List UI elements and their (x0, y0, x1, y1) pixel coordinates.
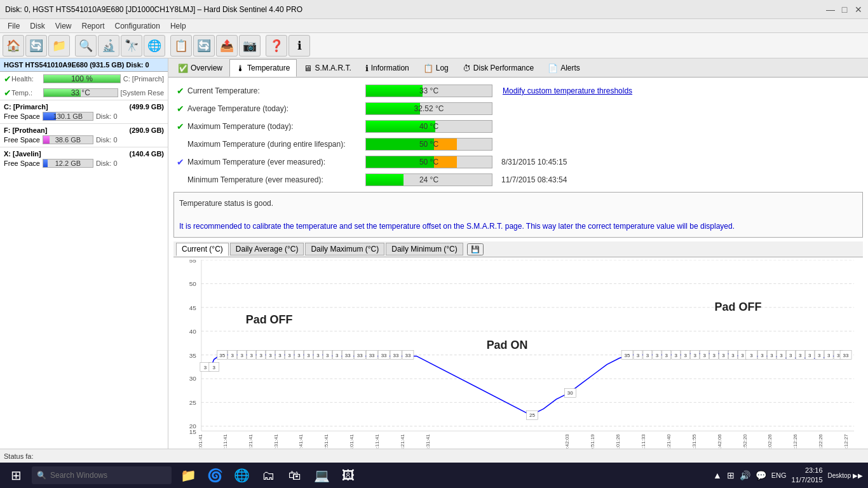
maximize-button[interactable]: □ (840, 5, 849, 14)
search-bar[interactable]: 🔍 (32, 466, 172, 484)
tab-log[interactable]: 📋 Log (416, 59, 456, 77)
taskbar-message-icon[interactable]: 💬 (756, 470, 766, 480)
modify-thresholds-link[interactable]: Modify custom temperature thresholds (503, 86, 632, 95)
chart-tab-daily-avg[interactable]: Daily Average (°C) (230, 243, 304, 255)
chart-tab-current[interactable]: Current (°C) (176, 243, 229, 256)
menubar: File Disk View Report Configuration Help (0, 19, 868, 33)
max-ever-bar: 50 °C (365, 156, 492, 168)
dp-val-17: 33 (357, 353, 363, 358)
alerts-icon: 📄 (548, 64, 558, 73)
pad-off-2-label: Pad OFF (715, 301, 762, 313)
taskbar-arrow-icon[interactable]: ▲ (713, 470, 722, 480)
y-label-35: 35 (189, 352, 197, 359)
toolbar-home-btn[interactable]: 🏠 (3, 35, 24, 57)
taskbar-volume-icon[interactable]: 🔊 (740, 470, 750, 480)
dp-val-dip2-7: 3 (808, 353, 811, 358)
status-box: Temperature status is good. It is recomm… (173, 192, 863, 238)
min-ever-timestamp: 11/7/2015 08:43:54 (501, 175, 567, 184)
dp-val-dip2-10: 3 (837, 353, 840, 358)
toolbar-scan3-btn[interactable]: 🔭 (121, 35, 142, 57)
drive-f-name: F: [Prothean] (290.9 GB) (4, 126, 164, 134)
health-label: Health: (11, 75, 43, 83)
toolbar-info-btn[interactable]: ℹ (288, 35, 310, 57)
tab-temperature[interactable]: 🌡 Temperature (229, 59, 297, 77)
chart-tab-daily-min[interactable]: Daily Minimum (°C) (386, 243, 463, 255)
temp-label: Temp.: (11, 89, 43, 97)
menu-help[interactable]: Help (165, 20, 191, 32)
dp-val-s2-2: 3 (637, 353, 640, 358)
min-ever-value: 24 °C (419, 175, 438, 184)
average-temp-row: ✔ Average Temperature (today): 32.52 °C (173, 100, 863, 117)
dp-val-s2-13: 3 (741, 353, 744, 358)
toolbar-scan2-btn[interactable]: 🔬 (98, 35, 119, 57)
max-lifespan-label: Maximum Temperature (during entire lifes… (187, 140, 365, 149)
max-ever-row: ✔ Maximum Temperature (ever measured): 5… (173, 154, 863, 170)
svg-text:22:12:26: 22:12:26 (792, 434, 798, 449)
toolbar-scan-btn[interactable]: 🔍 (75, 35, 97, 57)
max-ever-bar-inner: 50 °C (365, 156, 492, 168)
chart-tab-daily-max[interactable]: Daily Maximum (°C) (305, 243, 384, 255)
smart-icon: 🖥 (304, 64, 312, 73)
temp-bar: 33 °C (43, 88, 118, 97)
toolbar-file-btn[interactable]: 📁 (48, 35, 70, 57)
taskbar-app-ie[interactable]: 🌀 (202, 463, 227, 488)
disk-header: HGST HTS541010A9E680 (931.5 GB) Disk: 0 (0, 58, 168, 72)
menu-file[interactable]: File (3, 20, 25, 32)
toolbar-help-btn[interactable]: ❓ (266, 35, 287, 57)
max-today-value: 40 °C (419, 122, 438, 131)
max-ever-value: 50 °C (419, 158, 438, 166)
menu-configuration[interactable]: Configuration (110, 20, 165, 32)
tab-smart[interactable]: 🖥 S.M.A.R.T. (297, 59, 358, 77)
menu-view[interactable]: View (50, 20, 77, 32)
max-today-bar: 40 °C (365, 120, 492, 133)
drive-c-bar: 130.1 GB (43, 112, 93, 121)
taskbar-app-files[interactable]: 🗂 (255, 463, 281, 488)
tab-overview[interactable]: ✅ Overview (171, 59, 229, 77)
dp-val-s2-7: 3 (684, 353, 688, 358)
taskbar-app-img[interactable]: 🖼 (336, 463, 361, 488)
dp-val-dip2-6: 3 (799, 353, 802, 358)
dp-val-dip2-8: 3 (818, 353, 821, 358)
dp-val-18: 33 (369, 353, 375, 358)
tab-information[interactable]: ℹ Information (358, 59, 416, 77)
toolbar-export-btn[interactable]: 📤 (216, 35, 238, 57)
drive-f-section: F: [Prothean] (290.9 GB) Free Space 38.6… (0, 123, 168, 147)
toolbar-screenshot-btn[interactable]: 📷 (239, 35, 261, 57)
dp-val-s2-9: 3 (703, 353, 706, 358)
svg-text:18:31:41: 18:31:41 (425, 434, 431, 449)
menu-report[interactable]: Report (76, 20, 109, 32)
toolbar-refresh2-btn[interactable]: 🔄 (193, 35, 215, 57)
average-temp-value: 32.52 °C (414, 104, 444, 113)
tab-disk-performance[interactable]: ⏱ Disk Performance (456, 59, 541, 77)
svg-text:21:01:26: 21:01:26 (615, 434, 621, 449)
sidebar: HGST HTS541010A9E680 (931.5 GB) Disk: 0 … (0, 58, 168, 449)
min-ever-bar: 24 °C (365, 173, 492, 186)
log-icon: 📋 (423, 64, 433, 73)
toolbar-web-btn[interactable]: 🌐 (144, 35, 165, 57)
drive-x-bar-fill (43, 159, 48, 167)
max-lifespan-bar: 50 °C (365, 138, 492, 151)
taskbar-app-chrome[interactable]: 🌐 (229, 463, 254, 488)
close-button[interactable]: ✕ (854, 5, 863, 14)
toolbar-refresh-btn[interactable]: 🔄 (25, 35, 47, 57)
temperature-chart: 55 50 45 40 35 30 25 20 15 3 (176, 260, 860, 449)
temperature-icon: 🌡 (236, 64, 245, 73)
drive-c-freespace-label: Free Space (4, 112, 40, 120)
dp-val-2: 3 (213, 365, 216, 370)
svg-text:17:31:41: 17:31:41 (273, 434, 279, 449)
taskbar-app-explorer[interactable]: 📁 (175, 463, 201, 488)
dp-val-8: 3 (269, 353, 272, 358)
taskbar-app-store[interactable]: 🛍 (282, 463, 308, 488)
start-button[interactable]: ⊞ (0, 463, 32, 488)
minimize-button[interactable]: — (826, 5, 835, 14)
taskbar-app-pc[interactable]: 💻 (309, 463, 334, 488)
average-temp-label: Average Temperature (today): (187, 104, 365, 113)
chart-save-button[interactable]: 💾 (467, 243, 484, 255)
menu-disk[interactable]: Disk (25, 20, 50, 32)
main-layout: HGST HTS541010A9E680 (931.5 GB) Disk: 0 … (0, 58, 868, 449)
tab-alerts[interactable]: 📄 Alerts (541, 59, 587, 77)
search-input[interactable] (50, 471, 152, 480)
taskbar-desktop-icon[interactable]: Desktop ▶▶ (828, 472, 863, 479)
toolbar-report-btn[interactable]: 📋 (170, 35, 192, 57)
taskbar-network-icon[interactable]: ⊞ (727, 470, 735, 480)
